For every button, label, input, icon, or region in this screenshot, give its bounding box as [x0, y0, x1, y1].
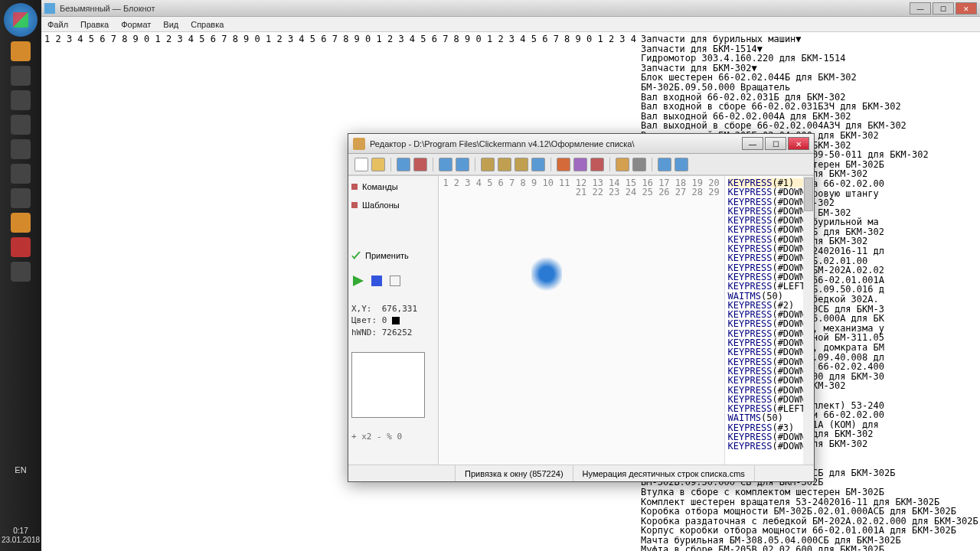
apply-button[interactable]: Применить — [351, 251, 435, 260]
find-button[interactable] — [531, 158, 545, 171]
script-editor[interactable]: 1 2 3 4 5 6 7 8 9 10 11 12 13 14 15 16 1… — [439, 176, 814, 465]
taskbar-icon[interactable] — [11, 237, 31, 257]
clickermann-icon — [353, 138, 365, 150]
copy-button[interactable] — [498, 158, 511, 171]
taskbar-icon[interactable] — [11, 188, 31, 208]
notepad-icon — [44, 3, 55, 14]
taskbar-icon[interactable] — [11, 213, 31, 233]
taskbar-icon[interactable] — [11, 139, 31, 159]
commands-item[interactable]: Команды — [351, 182, 435, 191]
help-button[interactable] — [675, 158, 688, 171]
goto-button[interactable] — [557, 158, 570, 171]
taskbar-icon[interactable] — [11, 90, 31, 110]
maximize-button[interactable]: ☐ — [933, 2, 954, 15]
bookmark-button[interactable] — [573, 158, 587, 171]
start-button[interactable] — [4, 3, 38, 37]
saveall-button[interactable] — [413, 158, 427, 171]
menu-Правка[interactable]: Правка — [80, 20, 109, 29]
stop-button[interactable] — [371, 276, 382, 286]
taskbar-icon[interactable] — [11, 262, 31, 282]
check-icon — [351, 252, 361, 259]
language-indicator[interactable]: EN — [0, 465, 41, 474]
paste-button[interactable] — [514, 158, 528, 171]
pixel-preview — [351, 352, 425, 418]
clickermann-editor-window: Редактор - D:\Program Files\Clickermann … — [348, 133, 815, 482]
zoom-controls[interactable]: + x2 - % 0 — [351, 432, 435, 442]
play-button[interactable] — [353, 276, 364, 286]
undo-button[interactable] — [439, 158, 452, 171]
bullet-icon — [351, 184, 358, 190]
windows-taskbar: EN 0:17 23.01.2018 — [0, 0, 41, 551]
clickermann-sidebar: Команды Шаблоны Применить X,Y: 676,331 Ц… — [348, 176, 439, 465]
clickermann-toolbar — [348, 154, 814, 175]
script-line-numbers: 1 2 3 4 5 6 7 8 9 10 11 12 13 14 15 16 1… — [439, 176, 725, 465]
maximize-button[interactable]: ☐ — [765, 137, 786, 150]
clear-button[interactable] — [590, 158, 604, 171]
minimize-button[interactable]: — — [910, 2, 931, 15]
menu-Вид[interactable]: Вид — [163, 20, 178, 29]
close-button[interactable]: ✕ — [788, 137, 809, 150]
system-clock[interactable]: 0:17 23.01.2018 — [0, 527, 41, 545]
notepad-title: Безымянный — Блокнот — [60, 4, 908, 13]
templates-item[interactable]: Шаблоны — [351, 201, 435, 210]
notepad-menubar: ФайлПравкаФорматВидСправка — [41, 17, 980, 32]
redo-button[interactable] — [456, 158, 469, 171]
menu-Файл[interactable]: Файл — [47, 20, 68, 29]
cursor-info: X,Y: 676,331 Цвет: 0 hWND: 726252 — [351, 303, 435, 338]
new-button[interactable] — [354, 158, 368, 171]
eye-button[interactable] — [658, 158, 671, 171]
open-button[interactable] — [371, 158, 385, 171]
pin-button[interactable] — [616, 158, 629, 171]
save-button[interactable] — [397, 158, 410, 171]
status-filename: Нумерация десятичных строк списка.cms — [573, 465, 755, 481]
bullet-icon — [351, 202, 358, 208]
record-button[interactable] — [390, 276, 400, 286]
taskbar-icon[interactable] — [11, 66, 31, 86]
lock-button[interactable] — [632, 158, 646, 171]
status-window-bind: Привязка к окну (857224) — [456, 465, 573, 481]
taskbar-icon[interactable] — [11, 115, 31, 135]
clickermann-title: Редактор - D:\Program Files\Clickermann … — [370, 139, 740, 148]
script-content[interactable]: KEYPRESS(#1) KEYPRESS(#DOWN) KEYPRESS(#D… — [725, 176, 814, 465]
menu-Формат[interactable]: Формат — [121, 20, 151, 29]
menu-Справка[interactable]: Справка — [191, 20, 224, 29]
taskbar-icon[interactable] — [11, 164, 31, 184]
taskbar-icon[interactable] — [11, 41, 31, 61]
minimize-button[interactable]: — — [742, 137, 763, 150]
cut-button[interactable] — [481, 158, 495, 171]
close-button[interactable]: ✕ — [956, 2, 977, 15]
clickermann-statusbar: Привязка к окну (857224) Нумерация десят… — [348, 465, 814, 481]
notepad-titlebar[interactable]: Безымянный — Блокнот — ☐ ✕ — [41, 0, 980, 17]
scrollbar[interactable] — [803, 176, 814, 465]
clickermann-titlebar[interactable]: Редактор - D:\Program Files\Clickermann … — [348, 134, 814, 154]
scrollbar-thumb[interactable] — [804, 178, 813, 211]
